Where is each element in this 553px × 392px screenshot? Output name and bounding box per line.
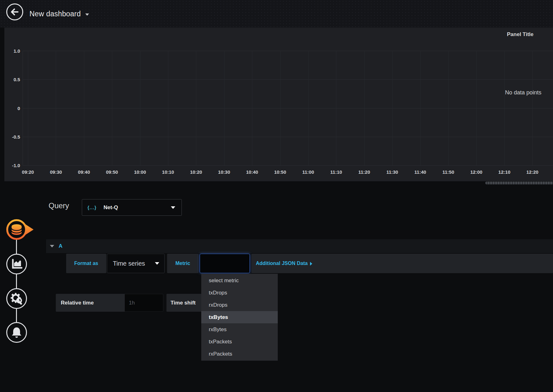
collapse-caret-icon: [50, 245, 54, 247]
x-gridline: [84, 51, 84, 165]
database-icon: [5, 218, 35, 241]
metric-option-txBytes[interactable]: txBytes: [201, 311, 278, 323]
dashboard-title-dropdown[interactable]: New dashboard: [29, 0, 89, 28]
tab-queries[interactable]: [5, 218, 35, 241]
datasource-value: Net-Q: [103, 204, 118, 211]
x-axis-tick-label: 11:00: [297, 169, 319, 175]
x-axis-tick-label: 12:20: [521, 169, 543, 175]
y-gridline: [23, 165, 553, 166]
dashboard-header: New dashboard: [0, 0, 553, 28]
x-axis-tick-label: 12:00: [465, 169, 487, 175]
x-axis-tick-label: 10:00: [129, 169, 151, 175]
datasource-picker[interactable]: {...} Net-Q: [82, 199, 182, 216]
back-button[interactable]: [6, 3, 23, 20]
x-gridline: [308, 51, 308, 165]
x-axis-tick-label: 11:40: [409, 169, 431, 175]
dashboard-title: New dashboard: [29, 10, 81, 18]
metric-option-rxBytes[interactable]: rxBytes: [201, 323, 278, 336]
query-editor-row: Format as Time series Metric Additional …: [66, 254, 553, 273]
metric-input[interactable]: [200, 254, 250, 273]
x-axis-tick-label: 09:30: [45, 169, 67, 175]
arrow-left-icon: [10, 7, 19, 17]
x-gridline: [280, 51, 281, 165]
x-axis-tick-label: 10:40: [241, 169, 263, 175]
json-braces-icon: {...}: [87, 205, 97, 210]
x-axis-tick-label: 11:50: [437, 169, 459, 175]
x-axis-tick-label: 09:40: [73, 169, 95, 175]
x-axis-tick-label: 10:10: [157, 169, 179, 175]
x-gridline: [168, 51, 168, 165]
chevron-right-icon: [310, 262, 312, 266]
relative-time-input[interactable]: [125, 294, 163, 312]
metric-option-rxDrops[interactable]: rxDrops: [201, 299, 278, 311]
y-gridline: [23, 79, 553, 80]
x-gridline: [28, 51, 28, 165]
query-options-row: Relative time Time shift: [56, 294, 213, 312]
metric-option-txDrops[interactable]: txDrops: [201, 287, 278, 299]
x-axis-tick-label: 10:20: [185, 169, 207, 175]
x-gridline: [140, 51, 140, 165]
y-axis-tick-label: -1.0: [6, 163, 20, 168]
format-as-select[interactable]: Time series: [107, 254, 165, 273]
graph-panel: Panel Title No data points 1.00.50-0.5-1…: [4, 28, 553, 181]
x-axis-tick-label: 11:20: [353, 169, 375, 175]
y-gridline: [23, 108, 553, 109]
query-section-label: Query: [49, 201, 69, 210]
chevron-down-icon: [171, 206, 175, 209]
format-as-label: Format as: [66, 254, 106, 273]
x-gridline: [532, 51, 533, 165]
x-gridline: [112, 51, 112, 165]
format-as-value: Time series: [113, 260, 145, 267]
chart-icon: [10, 258, 23, 270]
tab-general[interactable]: [6, 288, 27, 309]
gear-wrench-icon: [10, 292, 23, 305]
x-axis-tick-label: 10:50: [269, 169, 291, 175]
y-axis-tick-label: 1.0: [6, 48, 20, 54]
y-gridline: [23, 137, 553, 137]
x-axis-tick-label: 11:10: [325, 169, 347, 175]
x-gridline: [252, 51, 252, 165]
y-axis-tick-label: 0.5: [6, 77, 20, 82]
x-axis-tick-label: 12:10: [493, 169, 515, 175]
tab-visualization[interactable]: [6, 254, 27, 274]
x-gridline: [336, 51, 336, 165]
metric-option-txPackets[interactable]: txPackets: [201, 336, 278, 348]
x-gridline: [364, 51, 365, 165]
metric-option-select-metric[interactable]: select metric: [201, 274, 278, 287]
additional-json-data-link[interactable]: Additional JSON Data: [251, 254, 553, 273]
metric-option-rxPackets[interactable]: rxPackets: [201, 348, 278, 360]
x-gridline: [392, 51, 392, 165]
x-gridline: [476, 51, 477, 165]
bell-icon: [10, 326, 23, 339]
x-axis-tick-label: 11:30: [381, 169, 403, 175]
no-data-points-text: No data points: [497, 89, 550, 96]
query-row-id: A: [59, 243, 62, 249]
x-gridline: [504, 51, 505, 165]
relative-time-label: Relative time: [56, 294, 125, 312]
x-axis-tick-label: 09:20: [17, 169, 39, 175]
chevron-down-icon: [85, 13, 89, 16]
panel-title[interactable]: Panel Title: [507, 31, 534, 38]
x-gridline: [224, 51, 224, 165]
x-gridline: [56, 51, 56, 165]
x-gridline: [420, 51, 421, 165]
query-row-header[interactable]: A: [46, 239, 553, 253]
x-axis-tick-label: 09:50: [101, 169, 123, 175]
tab-alert[interactable]: [6, 322, 27, 343]
x-gridline: [448, 51, 449, 165]
tab-connector-line: [16, 230, 17, 332]
chevron-down-icon: [155, 262, 159, 265]
horizontal-scrollbar[interactable]: [485, 182, 553, 184]
x-gridline: [196, 51, 196, 165]
metric-label: Metric: [167, 254, 198, 273]
y-gridline: [23, 51, 553, 51]
plot-area[interactable]: 1.00.50-0.5-1.009:2009:3009:4009:5010:00…: [23, 51, 553, 165]
y-axis-tick-label: 0: [6, 105, 20, 111]
metric-dropdown-menu: select metrictxDropsrxDropstxBytesrxByte…: [201, 274, 278, 361]
y-axis-tick-label: -0.5: [6, 134, 20, 139]
x-axis-tick-label: 10:30: [213, 169, 235, 175]
